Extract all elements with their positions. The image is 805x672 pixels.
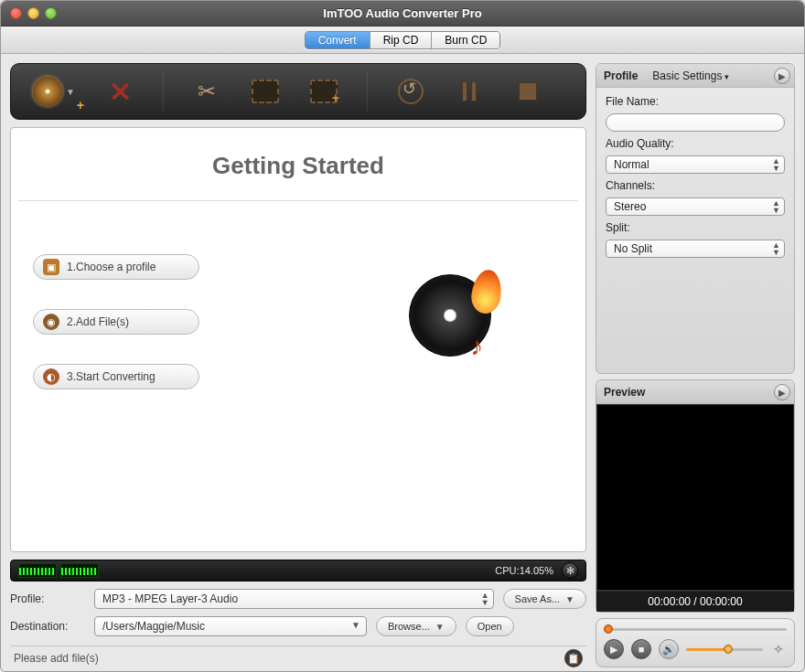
updown-icon: ▲▼ (772, 199, 780, 214)
basic-settings-dropdown[interactable]: Basic Settings (652, 69, 729, 82)
step-add-files[interactable]: ◉ 2.Add File(s) (33, 309, 199, 335)
filmstrip-plus-icon (310, 80, 338, 103)
filmstrip-icon (252, 80, 279, 103)
split-value: No Split (614, 242, 652, 255)
zoom-window-button[interactable] (45, 7, 57, 19)
tab-rip-cd[interactable]: Rip CD (370, 32, 433, 48)
music-note-icon: ♪ (470, 332, 483, 361)
preview-heading: Preview (604, 386, 645, 399)
chevron-down-icon: ▼ (66, 87, 75, 97)
save-as-label: Save As... (515, 593, 561, 604)
step-label: 3.Start Converting (67, 370, 156, 383)
player-stop-button[interactable]: ■ (631, 639, 651, 659)
status-action-button[interactable]: 📋 (564, 649, 583, 667)
tab-burn-cd[interactable]: Burn CD (432, 32, 499, 48)
open-button[interactable]: Open (466, 616, 514, 636)
preview-panel: Preview ▶ 00:00:00 / 00:00:00 (596, 379, 795, 613)
tab-convert[interactable]: Convert (306, 32, 370, 48)
step-label: 2.Add File(s) (67, 315, 129, 328)
profile-row: Profile: MP3 - MPEG Layer-3 Audio ▲▼ Sav… (10, 589, 586, 609)
volume-slider[interactable] (686, 645, 763, 654)
volume-button[interactable]: 🔊 (659, 639, 679, 659)
chevron-down-icon: ▼ (565, 594, 574, 604)
play-button[interactable]: ▶ (604, 639, 624, 659)
cpu-bar: CPU:14.05% ✻ (10, 560, 586, 581)
profile-select[interactable]: MP3 - MPEG Layer-3 Audio ▲▼ (94, 589, 494, 609)
clip-button-1[interactable] (246, 72, 284, 111)
file-name-label: File Name: (606, 95, 785, 108)
updown-icon: ▲▼ (772, 157, 780, 172)
volume-thumb[interactable] (724, 645, 733, 654)
undo-icon (398, 79, 424, 104)
side-panels: Profile Basic Settings ▶ File Name: Audi… (596, 54, 804, 672)
player-controls: ▶ ■ 🔊 ✧ (604, 639, 787, 659)
profile-step-icon: ▣ (43, 259, 59, 275)
cpu-graph (18, 563, 99, 578)
seek-slider[interactable] (604, 624, 787, 634)
stop-button[interactable] (509, 72, 547, 111)
cut-button[interactable]: ✂ (188, 72, 226, 111)
preview-time: 00:00:00 / 00:00:00 (596, 591, 794, 612)
disc-icon (33, 77, 62, 106)
volume-fill (686, 648, 728, 651)
getting-started-heading: Getting Started (11, 152, 585, 180)
close-window-button[interactable] (10, 7, 22, 19)
step-start-converting[interactable]: ◐ 3.Start Converting (33, 364, 199, 389)
cpu-label: CPU: (495, 565, 519, 576)
pause-button[interactable] (450, 72, 488, 111)
cpu-settings-button[interactable]: ✻ (562, 562, 578, 579)
channels-value: Stereo (614, 200, 646, 213)
chevron-down-icon: ▼ (351, 620, 360, 630)
destination-value: /Users/Maggie/Music (102, 620, 205, 633)
file-name-input[interactable] (606, 113, 785, 132)
save-as-button[interactable]: Save As... ▼ (503, 589, 586, 609)
main-area: + ▼ ✕ ✂ Getting Started ▣ 1.Choose a pro… (1, 54, 596, 672)
destination-select[interactable]: /Users/Maggie/Music ▼ (94, 616, 367, 636)
profile-tab[interactable]: Profile (604, 69, 638, 82)
minimize-window-button[interactable] (27, 7, 39, 19)
channels-select[interactable]: Stereo ▲▼ (606, 197, 785, 216)
scissors-icon: ✂ (198, 79, 216, 104)
updown-icon: ▲▼ (772, 241, 780, 256)
burning-disc-icon: ♪ (409, 274, 491, 357)
panel-expand-button[interactable]: ▶ (774, 68, 790, 84)
open-label: Open (478, 621, 502, 632)
browse-button[interactable]: Browse... ▼ (376, 616, 456, 636)
audio-quality-value: Normal (614, 158, 649, 171)
divider (18, 200, 578, 201)
pause-icon (462, 81, 477, 101)
profile-panel-body: File Name: Audio Quality: Normal ▲▼ Chan… (596, 88, 794, 271)
step-choose-profile[interactable]: ▣ 1.Choose a profile (33, 254, 199, 280)
mode-tabstrip: Convert Rip CD Burn CD (1, 27, 804, 54)
audio-quality-select[interactable]: Normal ▲▼ (606, 155, 785, 174)
audio-quality-label: Audio Quality: (606, 137, 785, 150)
delete-button[interactable]: ✕ (101, 72, 139, 111)
split-select[interactable]: No Split ▲▼ (606, 240, 785, 258)
artwork: ♪ (409, 274, 491, 357)
preview-expand-button[interactable]: ▶ (774, 384, 790, 400)
mode-tabs: Convert Rip CD Burn CD (305, 31, 501, 49)
cpu-core-graph (18, 563, 57, 578)
title-bar: ImTOO Audio Converter Pro (1, 1, 804, 27)
snapshot-button[interactable]: ✧ (770, 641, 787, 657)
preview-viewport (596, 404, 794, 591)
seek-thumb[interactable] (604, 624, 613, 634)
workspace: Getting Started ▣ 1.Choose a profile ◉ 2… (10, 127, 586, 552)
convert-step-icon: ◐ (43, 368, 59, 385)
stop-icon (519, 82, 537, 101)
cpu-readout: CPU:14.05% ✻ (495, 562, 578, 579)
add-file-button[interactable]: + ▼ (27, 72, 80, 111)
profile-value: MP3 - MPEG Layer-3 Audio (102, 592, 238, 605)
main-toolbar: + ▼ ✕ ✂ (10, 63, 586, 120)
undo-button[interactable] (392, 72, 430, 111)
x-icon: ✕ (109, 76, 132, 108)
toolbar-separator (163, 71, 164, 112)
profile-panel: Profile Basic Settings ▶ File Name: Audi… (596, 63, 795, 374)
player: ▶ ■ 🔊 ✧ (596, 618, 795, 667)
window-controls (1, 7, 57, 19)
profile-label: Profile: (10, 592, 85, 605)
updown-icon: ▲▼ (481, 592, 489, 606)
clip-button-2[interactable] (305, 72, 343, 111)
add-files-step-icon: ◉ (43, 314, 59, 330)
seek-track (604, 628, 787, 631)
